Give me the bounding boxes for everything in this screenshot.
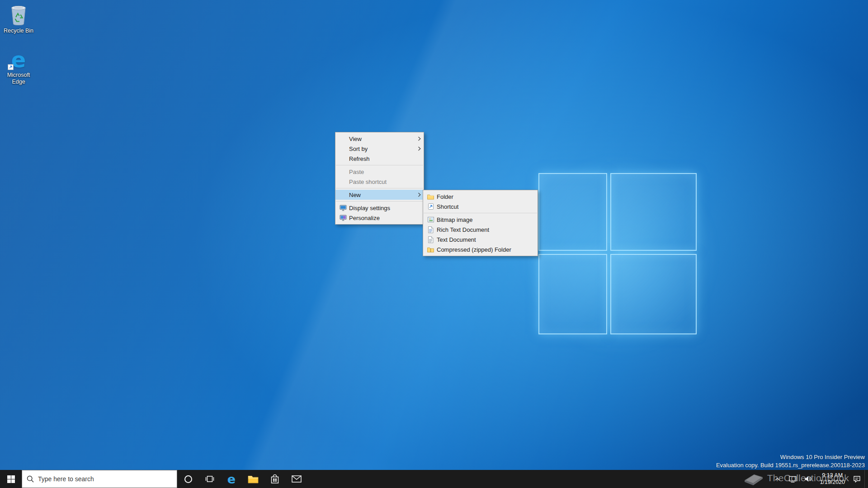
menu-separator (336, 188, 423, 188)
clock-time: 9:13 AM (820, 472, 845, 479)
network-icon (789, 476, 797, 483)
menu-separator (424, 213, 537, 213)
chevron-right-icon (415, 146, 423, 151)
submenu-item-bitmap-image[interactable]: Bitmap image (423, 215, 538, 225)
desktop-context-menu: View Sort by Refresh Paste Paste shortcu… (335, 132, 424, 225)
context-menu-item-sort-by[interactable]: Sort by (335, 144, 424, 154)
submenu-item-rich-text-document[interactable]: Rich Text Document (423, 225, 538, 235)
context-menu-item-refresh[interactable]: Refresh (335, 154, 424, 164)
shortcut-arrow-badge (8, 64, 14, 70)
text-document-icon (425, 236, 437, 243)
taskbar: e (0, 470, 868, 488)
windows-logo-pane (538, 254, 607, 334)
taskbar-mail-button[interactable] (286, 470, 307, 488)
action-center-button[interactable] (849, 470, 864, 488)
task-view-button[interactable] (199, 470, 221, 488)
action-center-icon (853, 475, 861, 483)
clock-date: 1/19/2020 (820, 479, 845, 486)
taskbar-edge-button[interactable]: e (221, 470, 242, 488)
desktop-screen: Recycle Bin e Microsoft Edge View Sort b… (0, 0, 868, 488)
personalize-icon (337, 215, 349, 221)
taskbar-clock[interactable]: 9:13 AM 1/19/2020 (816, 470, 849, 488)
taskbar-search[interactable] (22, 470, 177, 488)
context-menu-item-display-settings[interactable]: Display settings (335, 203, 424, 213)
display-settings-icon (337, 205, 349, 211)
windows-start-icon (7, 475, 15, 483)
taskbar-store-button[interactable] (264, 470, 286, 488)
context-menu-item-paste: Paste (335, 167, 424, 177)
windows-logo-pane (610, 173, 697, 251)
volume-icon (804, 476, 812, 482)
desktop-icon-label: Recycle Bin (4, 28, 33, 34)
show-desktop-button[interactable] (864, 470, 868, 488)
menu-separator (336, 201, 423, 202)
volume-button[interactable] (800, 470, 816, 488)
cortana-button[interactable] (177, 470, 199, 488)
zipped-folder-icon (425, 247, 437, 253)
submenu-item-compressed-folder[interactable]: Compressed (zipped) Folder (423, 244, 538, 254)
search-input[interactable] (38, 475, 172, 483)
windows-logo-pane (610, 254, 697, 334)
shortcut-icon (425, 203, 437, 210)
submenu-item-text-document[interactable]: Text Document (423, 235, 538, 244)
context-menu-item-view[interactable]: View (335, 134, 424, 144)
system-tray: 9:13 AM 1/19/2020 (769, 470, 868, 488)
desktop-icon-microsoft-edge[interactable]: e Microsoft Edge (1, 49, 36, 85)
network-button[interactable] (785, 470, 800, 488)
chevron-right-icon (415, 136, 423, 141)
desktop-icon-recycle-bin[interactable]: Recycle Bin (1, 4, 36, 34)
start-button[interactable] (0, 470, 22, 488)
context-menu-item-personalize[interactable]: Personalize (335, 213, 424, 223)
edge-icon: e (227, 473, 236, 485)
search-icon (27, 475, 34, 483)
desktop-icon-label: Microsoft Edge (1, 72, 36, 85)
hidden-icons-button[interactable] (769, 470, 785, 488)
rich-text-document-icon (425, 226, 437, 233)
cortana-icon (184, 475, 192, 483)
task-view-icon (205, 475, 214, 483)
wallpaper-windows-logo (538, 173, 697, 334)
folder-icon (425, 194, 437, 200)
menu-separator (336, 165, 423, 165)
taskbar-file-explorer-button[interactable] (242, 470, 264, 488)
edge-icon: e (8, 49, 29, 70)
context-menu-item-paste-shortcut: Paste shortcut (335, 177, 424, 187)
new-submenu: Folder Shortcut Bit (423, 190, 538, 256)
submenu-item-folder[interactable]: Folder (423, 192, 538, 202)
bitmap-image-icon (425, 216, 437, 223)
mail-icon (292, 475, 302, 483)
windows-logo-pane (538, 173, 607, 251)
submenu-item-shortcut[interactable]: Shortcut (423, 202, 538, 211)
context-menu-item-new[interactable]: New (335, 190, 424, 200)
chevron-right-icon (415, 192, 423, 197)
file-explorer-icon (248, 475, 259, 483)
recycle-bin-icon (8, 4, 29, 26)
store-icon (270, 474, 279, 484)
chevron-up-icon (775, 478, 780, 481)
